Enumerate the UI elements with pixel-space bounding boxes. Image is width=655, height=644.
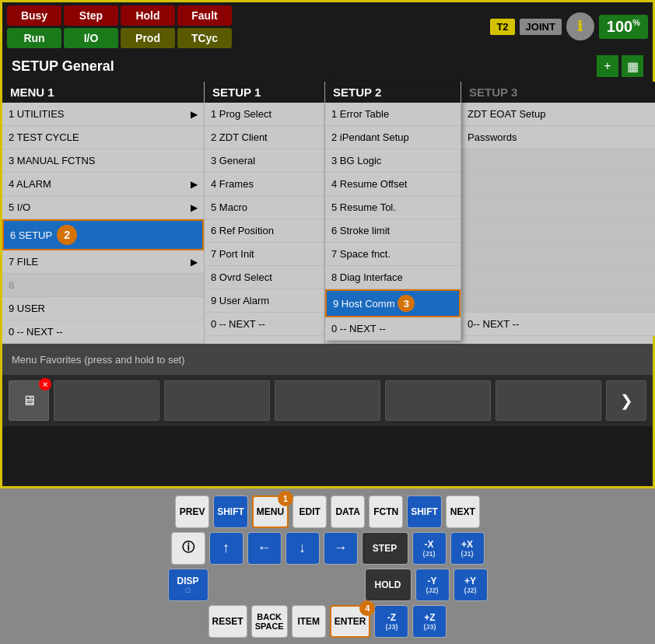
menu1-item-3[interactable]: 3 MANUAL FCTNS (2, 149, 204, 173)
info-key[interactable]: ⓘ (171, 532, 205, 565)
setup1-item-2[interactable]: 2 ZDT Client (205, 126, 324, 149)
setup1-item-8[interactable]: 8 Ovrd Select (205, 266, 324, 289)
data-key[interactable]: DATA (331, 495, 365, 528)
hold-key[interactable]: HOLD (365, 569, 412, 601)
menu1-item-6-setup[interactable]: 6 SETUP 2 (2, 219, 204, 250)
setup2-column: SETUP 2 1 Error Table 2 iPendant Setup 3… (325, 82, 461, 341)
setup1-item-1[interactable]: 1 Prog Select (205, 103, 324, 126)
setup1-item-4[interactable]: 4 Frames (205, 173, 324, 196)
keyboard-row-1: PREV SHIFT MENU 1 EDIT DATA FCTN SHIFT N… (175, 495, 480, 528)
setup2-item-5[interactable]: 5 Resume Tol. (325, 196, 461, 219)
setup1-item-9[interactable]: 9 User Alarm (205, 289, 324, 313)
menu1-item-5[interactable]: 5 I/O ▶ (2, 196, 204, 219)
menu1-item-4[interactable]: 4 ALARM ▶ (2, 173, 204, 196)
step2-badge: 2 (57, 225, 77, 245)
menu-area: 1/5 MENU 1 1 UTILITIES ▶ 2 TEST CYCLE 3 … (2, 82, 653, 344)
menu1-item-0[interactable]: 0 -- NEXT -- (2, 320, 204, 344)
busy-button[interactable]: Busy (7, 5, 61, 26)
menu1-item-2[interactable]: 2 TEST CYCLE (2, 126, 204, 149)
setup3-item-1[interactable]: ZDT EOAT Setup (461, 103, 655, 126)
fkey-4[interactable] (275, 380, 380, 421)
fkey-2[interactable] (54, 380, 159, 421)
menu1-item-1[interactable]: 1 UTILITIES ▶ (2, 103, 204, 126)
setup3-item-9 (461, 289, 655, 313)
setup2-item-0[interactable]: 0 -- NEXT -- (325, 317, 461, 341)
fault-button[interactable]: Fault (177, 5, 232, 26)
title-bar: SETUP General + ▦ (2, 51, 653, 82)
right-arrow-key[interactable]: → (324, 532, 358, 565)
shift-right-key[interactable]: SHIFT (407, 495, 442, 528)
setup1-item-7[interactable]: 7 Port Init (205, 243, 324, 266)
fkey-5[interactable] (385, 380, 491, 421)
menu1-item-9[interactable]: 9 USER (2, 297, 204, 320)
left-arrow-key[interactable]: ← (247, 532, 282, 565)
t2-indicator: T2 (490, 19, 514, 35)
hold-button[interactable]: Hold (121, 5, 175, 26)
prod-button[interactable]: Prod (121, 28, 175, 48)
arrow-icon: ▶ (191, 257, 198, 268)
run-button[interactable]: Run (7, 28, 61, 48)
setup2-item-7[interactable]: 7 Space fnct. (325, 243, 461, 266)
next-key[interactable]: NEXT (446, 495, 480, 528)
menu-key[interactable]: MENU 1 (252, 495, 289, 528)
setup2-header: SETUP 2 (325, 82, 461, 103)
setup2-item-1[interactable]: 1 Error Table (325, 103, 461, 126)
keyboard-row-2: ⓘ ↑ ← ↓ → STEP -X(J1) +X(J1) (171, 532, 485, 565)
setup3-item-3 (461, 149, 655, 173)
reset-key[interactable]: RESET (208, 605, 247, 638)
setup3-item-0[interactable]: 0-- NEXT -- (461, 313, 655, 336)
prev-key[interactable]: PREV (175, 495, 209, 528)
speed-indicator: 100% (599, 15, 648, 39)
joint-indicator: JOINT (520, 19, 562, 35)
setup1-item-6[interactable]: 6 Ref Position (205, 219, 324, 243)
item-key[interactable]: ITEM (292, 605, 326, 638)
menu1-item-8: 8 (2, 274, 204, 297)
keyboard: PREV SHIFT MENU 1 EDIT DATA FCTN SHIFT N… (168, 495, 488, 638)
setup2-item-9-hostcomm[interactable]: 9 Host Comm 3 (325, 289, 461, 317)
pos-x-key[interactable]: +X(J1) (450, 532, 485, 565)
neg-z-key[interactable]: -Z(J3) (374, 605, 408, 638)
disp-key[interactable]: DISP□ (168, 569, 208, 601)
neg-y-key[interactable]: -Y(J2) (415, 569, 450, 601)
setup1-item-3[interactable]: 3 General (205, 149, 324, 173)
layout-icon[interactable]: ▦ (622, 55, 643, 77)
pos-z-key[interactable]: +Z(J3) (412, 605, 447, 638)
step-button[interactable]: Step (64, 5, 118, 26)
enter-key[interactable]: ENTER 4 (330, 605, 371, 638)
menu-badge: 1 (278, 491, 293, 506)
fkey-6[interactable] (496, 380, 601, 421)
setup3-header: SETUP 3 (461, 82, 655, 103)
warning-icon[interactable]: ℹ (566, 12, 594, 40)
favorites-text: Menu Favorites (press and hold to set) (12, 354, 185, 366)
fkey-next-arrow[interactable]: ❯ (606, 380, 646, 421)
setup2-item-2[interactable]: 2 iPendant Setup (325, 126, 461, 149)
tcyc-button[interactable]: TCyc (177, 28, 232, 48)
page-title: SETUP General (12, 58, 114, 75)
setup2-item-8[interactable]: 8 Diag Interface (325, 266, 461, 289)
io-button[interactable]: I/O (64, 28, 118, 48)
arrow-icon: ▶ (191, 109, 198, 120)
neg-x-key[interactable]: -X(J1) (412, 532, 447, 565)
setup3-item-2[interactable]: Passwords (461, 126, 655, 149)
main-screen: Busy Step Hold Fault Run I/O Prod TCyc T… (0, 0, 655, 488)
keyboard-row-3: DISP□ HOLD -Y(J2) +Y(J2) (168, 569, 488, 601)
setup1-item-0[interactable]: 0 -- NEXT -- (205, 313, 324, 336)
setup1-item-5[interactable]: 5 Macro (205, 196, 324, 219)
setup2-item-6[interactable]: 6 Stroke limit (325, 219, 461, 243)
step3-badge: 3 (398, 295, 415, 312)
step-key[interactable]: STEP (362, 532, 408, 565)
fkey-icon-1[interactable]: 🖥 ✕ (9, 380, 49, 421)
menu1-item-7[interactable]: 7 FILE ▶ (2, 250, 204, 274)
fctn-key[interactable]: FCTN (369, 495, 403, 528)
pos-y-key[interactable]: +Y(J2) (454, 569, 488, 601)
setup2-item-3[interactable]: 3 BG Logic (325, 149, 461, 173)
zoom-icon[interactable]: + (597, 55, 618, 77)
edit-key[interactable]: EDIT (292, 495, 327, 528)
fkey-3[interactable] (164, 380, 270, 421)
enter-badge: 4 (359, 600, 375, 616)
backspace-key[interactable]: BACKSPACE (251, 605, 288, 638)
down-arrow-key[interactable]: ↓ (285, 532, 320, 565)
up-arrow-key[interactable]: ↑ (209, 532, 243, 565)
setup2-item-4[interactable]: 4 Resume Offset (325, 173, 461, 196)
shift-left-key[interactable]: SHIFT (213, 495, 248, 528)
